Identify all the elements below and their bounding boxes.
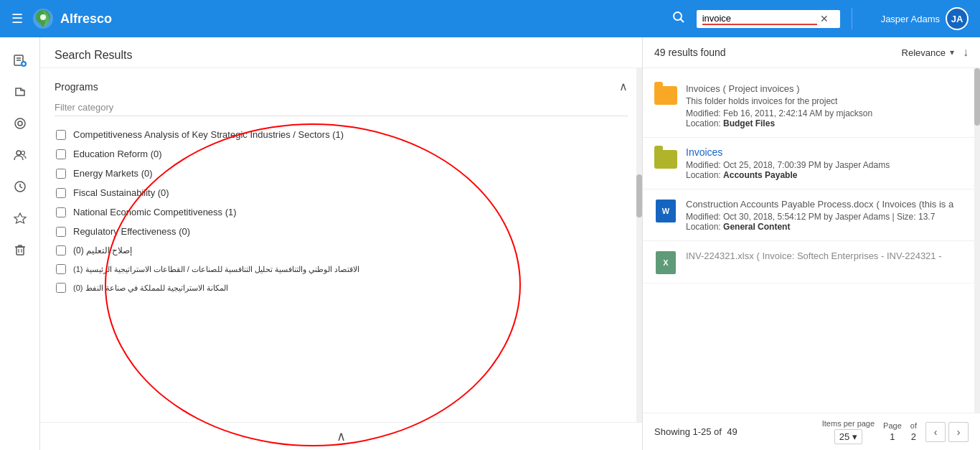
search-clear-icon[interactable]: ✕	[820, 13, 829, 24]
word-doc-icon: W	[656, 200, 676, 222]
programs-header[interactable]: Programs ∧	[55, 68, 628, 102]
files-icon	[13, 85, 27, 99]
next-page-button[interactable]: ›	[948, 422, 969, 442]
sidebar-item-trash[interactable]	[6, 235, 34, 264]
result-item-3[interactable]: W Construction Accounts Payable Process.…	[643, 189, 980, 241]
sidebar-item-recent[interactable]	[6, 172, 34, 201]
filter-checkbox-2[interactable]	[56, 169, 66, 179]
right-scroll-thumb[interactable]	[974, 68, 980, 126]
page-value: 1	[890, 431, 895, 442]
filter-label-1: Education Reform (0)	[73, 149, 162, 159]
items-per-page-dropdown-icon: ▾	[852, 431, 857, 442]
programs-chevron-icon: ∧	[619, 80, 628, 93]
items-per-page-select[interactable]: 25 ▾	[834, 429, 862, 444]
filter-item[interactable]: Fiscal Sustainability (0)	[55, 183, 628, 202]
filter-checkbox-4[interactable]	[56, 207, 66, 217]
sort-direction-icon[interactable]: ↓	[963, 46, 969, 59]
alfresco-logo-icon	[32, 7, 55, 30]
filter-item[interactable]: Education Reform (0)	[55, 144, 628, 164]
sort-select[interactable]: Relevance ▾	[902, 47, 954, 58]
shared-icon	[13, 116, 27, 131]
users-icon	[13, 148, 27, 162]
search-bar: ✕	[672, 10, 840, 28]
page-label: Page	[883, 421, 902, 430]
svg-point-12	[17, 151, 21, 155]
page-section: Page 1	[883, 421, 902, 442]
result-title-3: Construction Accounts Payable Process.do…	[686, 198, 969, 210]
sidebar-item-shared[interactable]	[6, 109, 34, 138]
filter-item[interactable]: Regulatory Effectiveness (0)	[55, 222, 628, 241]
result-desc-1: This folder holds invoices for the proje…	[686, 96, 969, 106]
right-panel: 49 results found Relevance ▾ ↓ Invoices …	[643, 37, 980, 450]
results-count: 49 results found	[654, 47, 893, 58]
sidebar-item-favorites[interactable]	[6, 204, 34, 233]
user-menu[interactable]: Jasper Adams JA	[881, 7, 969, 30]
filter-checkbox-6[interactable]	[56, 245, 66, 256]
search-input-wrap: ✕	[697, 10, 840, 28]
result-location-1: Location: Budget Files	[686, 118, 969, 128]
filter-checkbox-1[interactable]	[56, 149, 66, 159]
filter-category-label: Filter category	[55, 102, 628, 116]
filter-checkbox-3[interactable]	[56, 188, 66, 198]
search-input[interactable]	[702, 13, 817, 25]
favorites-icon	[13, 211, 27, 225]
result-icon-3: W	[654, 200, 677, 222]
filter-checkbox-0[interactable]	[56, 130, 66, 140]
filter-checkbox-7[interactable]	[56, 264, 66, 274]
svg-rect-16	[17, 247, 24, 255]
new-item-icon	[13, 53, 27, 67]
svg-line-3	[680, 19, 684, 23]
search-icon	[672, 11, 685, 27]
sidebar-item-users[interactable]	[6, 141, 34, 169]
filter-checkbox-5[interactable]	[56, 227, 66, 237]
scroll-track[interactable]	[636, 68, 642, 422]
result-info-2: Invoices Modified: Oct 25, 2018, 7:00:39…	[686, 146, 969, 180]
app-logo: Alfresco	[32, 7, 112, 30]
svg-point-10	[15, 118, 25, 128]
pagination-nav: ‹ ›	[925, 422, 969, 442]
result-info-3: Construction Accounts Payable Process.do…	[686, 198, 969, 232]
sidebar-item-files[interactable]	[6, 78, 34, 106]
filter-item[interactable]: Energy Markets (0)	[55, 164, 628, 183]
prev-page-button[interactable]: ‹	[925, 422, 946, 442]
result-meta-1: Modified: Feb 16, 2011, 2:42:14 AM by mj…	[686, 108, 969, 118]
filter-label-3: Fiscal Sustainability (0)	[73, 187, 169, 198]
svg-point-1	[40, 14, 46, 20]
avatar: JA	[946, 7, 969, 30]
of-value: 2	[911, 431, 916, 442]
result-icon-1	[654, 84, 677, 107]
result-item-4[interactable]: X INV-224321.xlsx ( Invoice: Softech Ent…	[643, 241, 980, 283]
result-info-4: INV-224321.xlsx ( Invoice: Softech Enter…	[686, 250, 969, 263]
result-meta-2: Modified: Oct 25, 2018, 7:00:39 PM by Ja…	[686, 160, 969, 170]
filter-item[interactable]: إصلاح التعليم (0)	[55, 241, 628, 260]
search-results-header: Search Results	[40, 37, 642, 68]
filter-item[interactable]: المكانة الاستراتيجية للمملكة في صناعة ال…	[55, 278, 628, 297]
right-scroll-track[interactable]	[974, 68, 980, 413]
result-info-1: Invoices ( Project invoices ) This folde…	[686, 83, 969, 128]
hamburger-menu-icon[interactable]: ☰	[11, 11, 23, 27]
result-meta-3: Modified: Oct 30, 2018, 5:54:12 PM by Ja…	[686, 212, 969, 222]
pagination-showing: Showing 1-25 of 49	[654, 426, 814, 437]
filter-checkbox-8[interactable]	[56, 283, 66, 293]
filter-item[interactable]: National Economic Competitiveness (1)	[55, 202, 628, 222]
results-list: Invoices ( Project invoices ) This folde…	[643, 68, 980, 413]
folder-yellow-icon	[654, 86, 677, 105]
scroll-thumb[interactable]	[636, 174, 642, 217]
app-name: Alfresco	[60, 11, 112, 27]
filter-item[interactable]: Competitiveness Analysis of Key Strategi…	[55, 125, 628, 144]
items-per-page-section: Items per page 25 ▾	[822, 419, 875, 444]
recent-icon	[13, 179, 27, 194]
collapse-button[interactable]: ∧	[40, 422, 642, 450]
result-title-2: Invoices	[686, 146, 969, 158]
divider	[852, 8, 852, 29]
sort-label: Relevance	[902, 47, 946, 58]
filter-item[interactable]: الاقتصاد الوطني والتنافسية تحليل التنافس…	[55, 260, 628, 278]
result-item-1[interactable]: Invoices ( Project invoices ) This folde…	[643, 74, 980, 138]
svg-point-13	[21, 151, 24, 155]
result-item-2[interactable]: Invoices Modified: Oct 25, 2018, 7:00:39…	[643, 138, 980, 189]
of-section: of 2	[910, 421, 917, 442]
sidebar-item-new[interactable]	[6, 46, 34, 75]
filter-label-6: إصلاح التعليم (0)	[73, 245, 132, 256]
folder-olive-icon	[654, 150, 677, 169]
trash-icon	[13, 243, 27, 257]
